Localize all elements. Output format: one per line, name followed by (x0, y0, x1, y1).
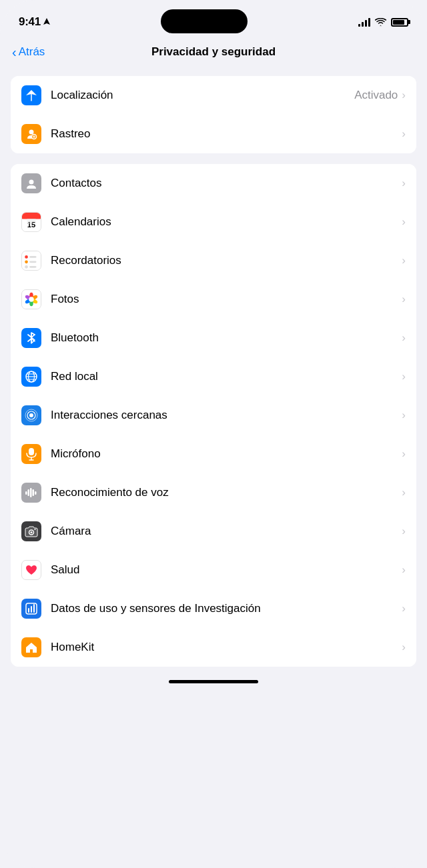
svg-point-0 (29, 130, 34, 135)
interacciones-label: Interacciones cercanas (51, 409, 402, 422)
svg-rect-17 (29, 261, 36, 263)
reconocimiento-label: Reconocimiento de voz (51, 486, 402, 499)
redlocal-label: Red local (51, 370, 402, 383)
salud-label: Salud (51, 563, 402, 577)
rastreo-chevron-icon: › (402, 127, 406, 141)
row-reconocimiento[interactable]: Reconocimiento de voz › (11, 473, 416, 512)
localizacion-chevron-icon: › (402, 89, 406, 102)
salud-icon (21, 560, 41, 580)
homekit-label: HomeKit (51, 641, 402, 654)
datos-icon (21, 599, 41, 619)
section-location: Localización Activado › Rastreo › (11, 76, 416, 153)
row-localizacion[interactable]: Localización Activado › (11, 76, 416, 115)
nav-bar: ‹ Atrás Privacidad y seguridad (0, 40, 427, 65)
svg-point-18 (25, 265, 28, 269)
page-title: Privacidad y seguridad (151, 45, 276, 59)
row-contactos[interactable]: Contactos › (11, 164, 416, 203)
row-fotos[interactable]: Fotos › (11, 280, 416, 319)
camara-icon (21, 521, 41, 541)
svg-rect-15 (29, 256, 36, 258)
svg-text:15: 15 (27, 221, 35, 229)
svg-point-27 (29, 297, 33, 301)
interacciones-chevron-icon: › (402, 409, 406, 422)
redlocal-icon (21, 367, 41, 387)
reconocimiento-chevron-icon: › (402, 486, 406, 499)
back-label: Atrás (19, 45, 45, 59)
camara-label: Cámara (51, 525, 402, 538)
contactos-icon (21, 173, 41, 193)
svg-rect-40 (25, 491, 27, 495)
svg-point-34 (29, 413, 33, 417)
bluetooth-label: Bluetooth (51, 331, 402, 345)
salud-chevron-icon: › (402, 563, 406, 577)
section-permissions: Contactos › 15 Calendarios › (11, 164, 416, 667)
row-camara[interactable]: Cámara › (11, 512, 416, 551)
datos-label: Datos de uso y sensores de Investigación (51, 601, 402, 616)
recordatorios-label: Recordatorios (51, 254, 402, 267)
bluetooth-icon (21, 328, 41, 348)
recordatorios-chevron-icon: › (402, 254, 406, 267)
row-datos[interactable]: Datos de uso y sensores de Investigación… (11, 589, 416, 628)
svg-rect-19 (29, 266, 36, 268)
svg-rect-8 (22, 216, 41, 219)
datos-chevron-icon: › (402, 602, 406, 615)
svg-rect-37 (29, 448, 34, 455)
status-icons (358, 17, 408, 27)
calendarios-label: Calendarios (51, 215, 402, 229)
contactos-chevron-icon: › (402, 177, 406, 190)
svg-rect-12 (27, 223, 35, 223)
signal-bars-icon (358, 17, 370, 27)
svg-rect-11 (27, 221, 35, 221)
contactos-label: Contactos (51, 177, 402, 190)
row-rastreo[interactable]: Rastreo › (11, 115, 416, 153)
fotos-label: Fotos (51, 293, 402, 306)
microfono-chevron-icon: › (402, 447, 406, 461)
home-indicator (169, 680, 258, 683)
svg-rect-10 (27, 219, 35, 219)
row-interacciones[interactable]: Interacciones cercanas › (11, 396, 416, 435)
svg-rect-44 (35, 491, 37, 495)
back-button[interactable]: ‹ Atrás (12, 45, 45, 59)
homekit-icon (21, 637, 41, 657)
localizacion-icon (21, 85, 41, 105)
reconocimiento-icon (21, 483, 41, 503)
row-calendarios[interactable]: 15 Calendarios › (11, 203, 416, 241)
row-salud[interactable]: Salud › (11, 551, 416, 589)
back-chevron-icon: ‹ (12, 45, 17, 59)
homekit-chevron-icon: › (402, 641, 406, 654)
svg-point-46 (31, 531, 33, 533)
row-microfono[interactable]: Micrófono › (11, 435, 416, 473)
localizacion-label: Localización (51, 89, 354, 102)
fotos-chevron-icon: › (402, 293, 406, 306)
svg-rect-42 (30, 488, 32, 497)
bluetooth-chevron-icon: › (402, 331, 406, 345)
svg-point-16 (25, 261, 28, 264)
status-time: 9:41 (19, 15, 41, 29)
status-bar: 9:41 (0, 0, 427, 40)
row-redlocal[interactable]: Red local › (11, 357, 416, 396)
svg-point-5 (29, 180, 34, 185)
microfono-label: Micrófono (51, 447, 402, 461)
svg-rect-41 (28, 489, 30, 496)
svg-point-47 (35, 529, 36, 530)
redlocal-chevron-icon: › (402, 370, 406, 383)
row-bluetooth[interactable]: Bluetooth › (11, 319, 416, 357)
row-recordatorios[interactable]: Recordatorios › (11, 241, 416, 280)
svg-rect-43 (33, 489, 35, 496)
rastreo-label: Rastreo (51, 127, 402, 141)
microfono-icon (21, 444, 41, 464)
calendarios-chevron-icon: › (402, 215, 406, 229)
rastreo-icon (21, 124, 41, 144)
interacciones-icon (21, 405, 41, 425)
dynamic-island (161, 9, 248, 33)
phone-frame: 9:41 (0, 0, 427, 868)
fotos-icon (21, 289, 41, 309)
camara-chevron-icon: › (402, 525, 406, 538)
wifi-icon (375, 18, 386, 27)
svg-point-14 (25, 255, 28, 259)
location-arrow-icon (43, 18, 50, 26)
calendarios-icon: 15 (21, 212, 41, 232)
battery-icon (391, 18, 408, 27)
recordatorios-icon (21, 251, 41, 271)
row-homekit[interactable]: HomeKit › (11, 628, 416, 667)
